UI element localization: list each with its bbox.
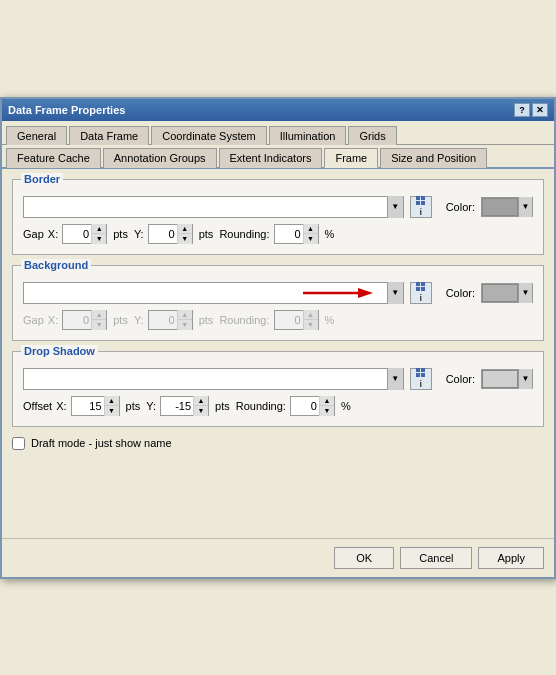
border-style-arrow[interactable]: ▼ (387, 196, 403, 218)
border-rounding-input[interactable] (275, 225, 303, 243)
spacer (12, 450, 544, 530)
background-y-input[interactable] (149, 311, 177, 329)
title-bar-buttons: ? ✕ (514, 103, 548, 117)
dialog: Data Frame Properties ? ✕ General Data F… (0, 97, 556, 579)
shadow-style-dropdown[interactable]: ▼ (23, 368, 404, 390)
tab-grids[interactable]: Grids (348, 126, 396, 145)
border-color-arrow[interactable]: ▼ (518, 197, 532, 217)
shadow-x-label: X: (56, 400, 66, 412)
shadow-rounding-input[interactable] (291, 397, 319, 415)
shadow-rounding-down[interactable]: ▼ (320, 406, 334, 416)
tab-extent-indicators[interactable]: Extent Indicators (219, 148, 323, 168)
shadow-rounding-up[interactable]: ▲ (320, 396, 334, 406)
border-color-picker[interactable]: ▼ (481, 197, 533, 217)
border-x-input[interactable] (63, 225, 91, 243)
tabs-row-1: General Data Frame Coordinate System Ill… (2, 121, 554, 145)
draft-mode-row: Draft mode - just show name (12, 437, 544, 450)
title-bar: Data Frame Properties ? ✕ (2, 99, 554, 121)
shadow-x-down[interactable]: ▼ (105, 406, 119, 416)
border-gap-row: Gap X: ▲ ▼ pts Y: ▲ (23, 224, 533, 244)
background-y-up[interactable]: ▲ (178, 310, 192, 320)
border-section: Border ▼ i Color: (12, 179, 544, 255)
shadow-y-down[interactable]: ▼ (194, 406, 208, 416)
border-rounding-unit: % (325, 228, 335, 240)
shadow-y-spinner-btns: ▲ ▼ (193, 396, 208, 416)
background-x-spinner[interactable]: ▲ ▼ (62, 310, 107, 330)
border-y-down[interactable]: ▼ (178, 234, 192, 244)
draft-mode-checkbox[interactable] (12, 437, 25, 450)
shadow-rounding-spinner-btns: ▲ ▼ (319, 396, 334, 416)
background-rounding-label: Rounding: (219, 314, 269, 326)
border-x-spinner[interactable]: ▲ ▼ (62, 224, 107, 244)
background-x-down[interactable]: ▼ (92, 320, 106, 330)
drop-shadow-title: Drop Shadow (21, 345, 98, 357)
cancel-button[interactable]: Cancel (400, 547, 472, 569)
shadow-x-spinner-btns: ▲ ▼ (104, 396, 119, 416)
shadow-color-label: Color: (446, 373, 475, 385)
drop-shadow-content: ▼ i Color: ▼ (23, 368, 533, 416)
background-rounding-spinner-btns: ▲ ▼ (303, 310, 318, 330)
shadow-rounding-spinner[interactable]: ▲ ▼ (290, 396, 335, 416)
close-button[interactable]: ✕ (532, 103, 548, 117)
tab-general[interactable]: General (6, 126, 67, 145)
tab-feature-cache[interactable]: Feature Cache (6, 148, 101, 168)
tab-frame[interactable]: Frame (324, 148, 378, 168)
border-style-dropdown[interactable]: ▼ (23, 196, 404, 218)
drop-shadow-section: Drop Shadow ▼ i Color: (12, 351, 544, 427)
apply-button[interactable]: Apply (478, 547, 544, 569)
border-x-label: X: (48, 228, 58, 240)
tab-annotation-groups[interactable]: Annotation Groups (103, 148, 217, 168)
background-x-up[interactable]: ▲ (92, 310, 106, 320)
shadow-color-arrow[interactable]: ▼ (518, 369, 532, 389)
background-rounding-spinner[interactable]: ▲ ▼ (274, 310, 319, 330)
border-color-label: Color: (446, 201, 475, 213)
border-style-icon-btn[interactable]: i (410, 196, 432, 218)
shadow-x-spinner[interactable]: ▲ ▼ (71, 396, 120, 416)
background-y-down[interactable]: ▼ (178, 320, 192, 330)
background-x-label: X: (48, 314, 58, 326)
background-style-dropdown[interactable]: ▼ (23, 282, 404, 304)
background-style-icon-btn[interactable]: i (410, 282, 432, 304)
border-y-spinner-btns: ▲ ▼ (177, 224, 192, 244)
shadow-y-spinner[interactable]: ▲ ▼ (160, 396, 209, 416)
background-color-picker[interactable]: ▼ (481, 283, 533, 303)
border-rounding-down[interactable]: ▼ (304, 234, 318, 244)
border-x-up[interactable]: ▲ (92, 224, 106, 234)
border-rounding-spinner[interactable]: ▲ ▼ (274, 224, 319, 244)
background-color-label: Color: (446, 287, 475, 299)
shadow-offset-label: Offset (23, 400, 52, 412)
border-x-down[interactable]: ▼ (92, 234, 106, 244)
shadow-color-picker[interactable]: ▼ (481, 369, 533, 389)
shadow-style-arrow[interactable]: ▼ (387, 368, 403, 390)
border-rounding-label: Rounding: (219, 228, 269, 240)
shadow-y-input[interactable] (161, 397, 193, 415)
border-y-input[interactable] (149, 225, 177, 243)
background-color-arrow[interactable]: ▼ (518, 283, 532, 303)
ok-button[interactable]: OK (334, 547, 394, 569)
shadow-x-up[interactable]: ▲ (105, 396, 119, 406)
background-y-spinner[interactable]: ▲ ▼ (148, 310, 193, 330)
background-rounding-input[interactable] (275, 311, 303, 329)
tab-size-and-position[interactable]: Size and Position (380, 148, 487, 168)
content-area: Border ▼ i Color: (2, 169, 554, 538)
background-style-arrow[interactable]: ▼ (387, 282, 403, 304)
shadow-y-up[interactable]: ▲ (194, 396, 208, 406)
background-gap-label: Gap (23, 314, 44, 326)
background-rounding-up[interactable]: ▲ (304, 310, 318, 320)
background-title: Background (21, 259, 91, 271)
tab-illumination[interactable]: Illumination (269, 126, 347, 145)
shadow-y-unit: pts (215, 400, 230, 412)
background-x-input[interactable] (63, 311, 91, 329)
dialog-title: Data Frame Properties (8, 104, 125, 116)
border-rounding-spinner-btns: ▲ ▼ (303, 224, 318, 244)
shadow-x-input[interactable] (72, 397, 104, 415)
border-y-spinner[interactable]: ▲ ▼ (148, 224, 193, 244)
border-y-up[interactable]: ▲ (178, 224, 192, 234)
border-rounding-up[interactable]: ▲ (304, 224, 318, 234)
tab-data-frame[interactable]: Data Frame (69, 126, 149, 145)
background-rounding-down[interactable]: ▼ (304, 320, 318, 330)
shadow-rounding-label: Rounding: (236, 400, 286, 412)
shadow-style-icon-btn[interactable]: i (410, 368, 432, 390)
tab-coordinate-system[interactable]: Coordinate System (151, 126, 267, 145)
help-button[interactable]: ? (514, 103, 530, 117)
